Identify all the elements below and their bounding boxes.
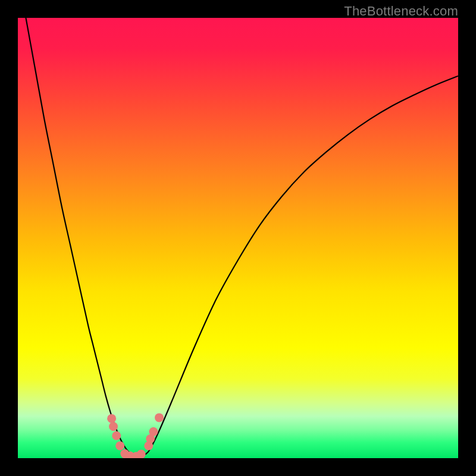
data-marker [109,422,118,431]
watermark-text: TheBottleneck.com [344,4,458,19]
bottleneck-curve [18,18,458,456]
data-marker [112,431,121,440]
data-marker [107,414,116,423]
chart-svg [18,18,458,458]
plot-area [18,18,458,458]
data-marker [137,450,146,458]
data-marker [149,427,158,436]
data-marker [155,413,164,422]
chart-frame: TheBottleneck.com [0,0,476,476]
data-markers [107,413,164,458]
data-marker [115,441,124,450]
